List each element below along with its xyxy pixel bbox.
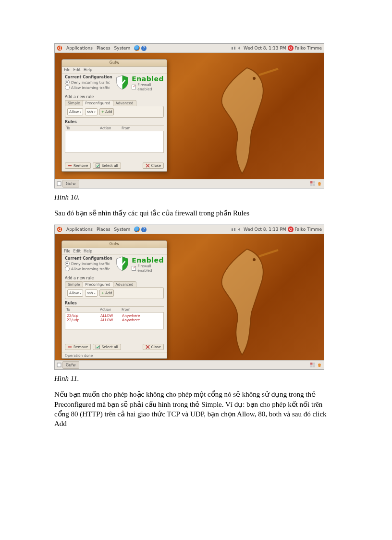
current-config-title: Current Configuration xyxy=(65,75,113,79)
menu-file[interactable]: File xyxy=(64,249,70,253)
menu-file[interactable]: File xyxy=(64,68,70,72)
tab-preconfigured[interactable]: Preconfigured xyxy=(83,100,113,106)
remove-button[interactable]: Remove xyxy=(65,163,91,169)
rules-list[interactable] xyxy=(65,131,164,153)
menu-edit[interactable]: Edit xyxy=(73,249,81,253)
add-button[interactable]: +Add xyxy=(99,289,114,297)
screenshot-fig11: Applications Places System ? Wed Oct 8, … xyxy=(54,225,324,370)
firewall-enabled-checkbox[interactable] xyxy=(132,85,136,89)
action-select[interactable]: Allow▾ xyxy=(67,289,83,297)
radio-allow-label: Allow incoming traffic xyxy=(71,86,110,90)
service-select[interactable]: ssh▾ xyxy=(85,108,98,115)
svg-rect-21 xyxy=(232,228,233,231)
current-config-title: Current Configuration xyxy=(65,256,113,261)
network-idle-icon[interactable] xyxy=(231,46,236,50)
svg-rect-27 xyxy=(57,363,61,367)
tab-body: Allow▾ ssh▾ +Add xyxy=(65,287,164,299)
network-idle-icon[interactable] xyxy=(231,227,236,232)
col-action: Action xyxy=(100,307,122,312)
trash-icon[interactable] xyxy=(317,181,322,186)
firewall-enabled-label: Firewall enabled xyxy=(137,264,164,273)
rules-title: Rules xyxy=(65,120,164,124)
select-all-button[interactable]: Select all xyxy=(93,163,121,169)
rules-title: Rules xyxy=(65,301,164,305)
tab-advanced[interactable]: Advanced xyxy=(113,281,136,287)
menu-system[interactable]: System xyxy=(112,227,133,232)
service-select[interactable]: ssh▾ xyxy=(85,289,98,297)
tab-simple[interactable]: Simple xyxy=(65,100,83,106)
volume-icon[interactable] xyxy=(237,227,242,232)
screenshot-fig10: Applications Places System ? Wed Oct 8, … xyxy=(54,43,324,188)
wallpaper-heron-art xyxy=(189,63,285,178)
menu-help[interactable]: Help xyxy=(84,68,92,72)
menu-system[interactable]: System xyxy=(112,46,133,50)
rules-list[interactable]: 22/tcp ALLOW Anywhere 22/udp ALLOW Anywh… xyxy=(65,313,164,329)
svg-rect-9 xyxy=(68,165,72,166)
svg-rect-5 xyxy=(232,47,233,50)
clock[interactable]: Wed Oct 8, 1:13 PM xyxy=(244,46,286,50)
col-from: From xyxy=(122,307,162,312)
svg-rect-22 xyxy=(234,228,235,231)
paragraph-2: Nếu bạn muốn cho phép hoặc không cho phé… xyxy=(54,389,338,428)
gnome-bottom-panel: Gufw xyxy=(55,179,324,188)
col-action: Action xyxy=(100,126,122,130)
firewall-enabled-checkbox[interactable] xyxy=(132,266,136,271)
menu-applications[interactable]: Applications xyxy=(64,227,95,232)
svg-rect-25 xyxy=(68,347,72,348)
help-icon[interactable]: ? xyxy=(141,46,147,51)
gufw-footer: Remove Select all Close xyxy=(62,342,167,352)
user-name[interactable]: Falko Timme xyxy=(295,46,322,50)
menu-places[interactable]: Places xyxy=(95,46,112,50)
shield-icon xyxy=(116,75,129,92)
gufw-menubar: File Edit Help xyxy=(62,67,167,74)
workspace-switcher-icon[interactable] xyxy=(310,181,315,186)
workspace-switcher-icon[interactable] xyxy=(310,363,315,367)
gnome-top-panel: Applications Places System ? Wed Oct 8, … xyxy=(55,225,324,234)
radio-deny[interactable] xyxy=(65,261,70,266)
tab-body: Allow▾ ssh▾ +Add xyxy=(65,106,164,118)
radio-allow-label: Allow incoming traffic xyxy=(71,267,110,271)
svg-rect-13 xyxy=(313,181,316,184)
shutdown-icon[interactable] xyxy=(288,226,294,232)
shutdown-icon[interactable] xyxy=(288,45,294,51)
remove-button[interactable]: Remove xyxy=(65,344,91,350)
close-button[interactable]: Close xyxy=(143,163,164,169)
tab-advanced[interactable]: Advanced xyxy=(113,100,136,106)
firefox-launcher-icon[interactable] xyxy=(134,45,140,51)
rule-row[interactable]: 22/tcp ALLOW Anywhere xyxy=(67,314,162,318)
menu-help[interactable]: Help xyxy=(84,249,92,253)
radio-allow[interactable] xyxy=(65,266,70,271)
trash-icon[interactable] xyxy=(317,363,322,367)
help-icon[interactable]: ? xyxy=(141,227,147,232)
user-name[interactable]: Falko Timme xyxy=(295,227,322,232)
rule-row[interactable]: 22/udp ALLOW Anywhere xyxy=(67,318,162,322)
tab-preconfigured[interactable]: Preconfigured xyxy=(83,281,113,287)
taskbar-gufw[interactable]: Gufw xyxy=(62,180,79,188)
close-button[interactable]: Close xyxy=(143,344,164,350)
window-titlebar[interactable]: Gufw xyxy=(62,241,167,248)
volume-icon[interactable] xyxy=(237,46,242,50)
add-button[interactable]: +Add xyxy=(99,108,114,115)
clock[interactable]: Wed Oct 8, 1:13 PM xyxy=(244,227,286,232)
chevron-down-icon: ▾ xyxy=(94,110,96,113)
show-desktop-icon[interactable] xyxy=(57,181,61,186)
action-select[interactable]: Allow▾ xyxy=(67,108,83,115)
tab-simple[interactable]: Simple xyxy=(65,281,83,287)
taskbar-gufw[interactable]: Gufw xyxy=(62,361,79,369)
select-all-icon xyxy=(96,163,100,168)
plus-icon: + xyxy=(101,291,104,295)
show-desktop-icon[interactable] xyxy=(57,363,61,367)
svg-point-24 xyxy=(253,258,256,261)
gnome-bottom-panel: Gufw xyxy=(55,360,324,369)
radio-deny[interactable] xyxy=(65,80,70,85)
radio-allow[interactable] xyxy=(65,85,70,90)
menu-applications[interactable]: Applications xyxy=(64,46,95,50)
menu-places[interactable]: Places xyxy=(95,227,112,232)
enabled-label: Enabled xyxy=(132,75,164,83)
window-titlebar[interactable]: Gufw xyxy=(62,60,167,67)
select-all-button[interactable]: Select all xyxy=(93,344,121,350)
menu-edit[interactable]: Edit xyxy=(73,68,81,72)
add-rule-title: Add a new rule xyxy=(65,95,164,99)
svg-rect-30 xyxy=(310,365,313,368)
firefox-launcher-icon[interactable] xyxy=(134,226,140,232)
